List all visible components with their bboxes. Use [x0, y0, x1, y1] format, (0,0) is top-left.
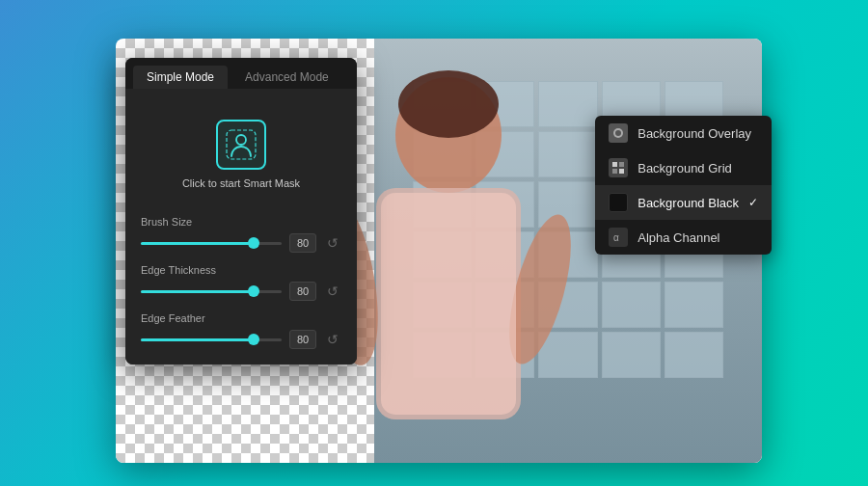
- edge-feather-value: 80: [289, 330, 316, 349]
- person-mask-icon: [226, 129, 257, 160]
- black-icon: [609, 193, 628, 212]
- edge-feather-thumb[interactable]: [248, 334, 259, 345]
- svg-rect-10: [612, 162, 617, 167]
- brush-size-reset[interactable]: ↺: [324, 234, 341, 252]
- panel-tabs: Simple Mode Advanced Mode: [125, 58, 357, 89]
- svg-text:α: α: [613, 232, 619, 243]
- edge-feather-reset[interactable]: ↺: [324, 331, 341, 348]
- grid-label: Background Grid: [637, 161, 732, 176]
- dropdown-item-overlay[interactable]: Background Overlay: [595, 116, 772, 150]
- svg-rect-13: [619, 169, 624, 174]
- edge-feather-group: Edge Feather 80 ↺: [141, 312, 341, 349]
- svg-rect-14: [612, 197, 624, 208]
- background-dropdown: Background Overlay Background Grid Backg…: [595, 116, 772, 255]
- selected-checkmark: ✓: [748, 196, 758, 209]
- brush-size-group: Brush Size 80 ↺: [141, 216, 341, 253]
- brush-size-track[interactable]: [141, 242, 282, 245]
- svg-rect-12: [612, 169, 617, 174]
- smart-mask-button[interactable]: Click to start Smart Mask: [141, 104, 341, 204]
- edge-thickness-fill: [141, 290, 254, 293]
- edge-feather-track[interactable]: [141, 338, 282, 341]
- tab-advanced[interactable]: Advanced Mode: [231, 66, 342, 89]
- edge-thickness-group: Edge Thickness 80 ↺: [141, 264, 341, 301]
- overlay-label: Background Overlay: [637, 126, 751, 141]
- brush-size-value: 80: [289, 233, 316, 253]
- edge-feather-fill: [141, 338, 254, 341]
- edge-thickness-label: Edge Thickness: [141, 264, 341, 276]
- grid-icon: [609, 158, 628, 177]
- panel-body: Click to start Smart Mask Brush Size 80 …: [125, 89, 357, 364]
- tab-simple[interactable]: Simple Mode: [133, 66, 228, 89]
- edge-thickness-value: 80: [289, 282, 316, 301]
- alpha-icon: α: [609, 228, 628, 247]
- dropdown-item-alpha[interactable]: α Alpha Channel: [595, 220, 772, 255]
- editor-panel: Simple Mode Advanced Mode Click to start…: [125, 58, 357, 364]
- mask-icon: [216, 120, 266, 170]
- edge-feather-label: Edge Feather: [141, 312, 341, 324]
- black-label: Background Black: [637, 196, 739, 210]
- svg-point-6: [236, 135, 246, 145]
- edge-thickness-thumb[interactable]: [248, 285, 259, 297]
- edge-thickness-track[interactable]: [141, 290, 282, 293]
- overlay-icon: [609, 123, 628, 143]
- brush-size-fill: [141, 242, 254, 245]
- brush-size-label: Brush Size: [141, 216, 341, 228]
- alpha-label: Alpha Channel: [637, 230, 719, 245]
- brush-size-thumb[interactable]: [248, 237, 259, 249]
- edge-thickness-row: 80 ↺: [141, 282, 341, 301]
- edge-thickness-reset[interactable]: ↺: [324, 283, 341, 300]
- smart-mask-label: Click to start Smart Mask: [182, 177, 300, 189]
- edge-feather-row: 80 ↺: [141, 330, 341, 349]
- dropdown-item-grid[interactable]: Background Grid: [595, 150, 772, 185]
- svg-point-9: [615, 130, 621, 136]
- brush-size-row: 80 ↺: [141, 233, 341, 253]
- svg-rect-11: [619, 162, 624, 167]
- dropdown-item-black[interactable]: Background Black ✓: [595, 185, 772, 220]
